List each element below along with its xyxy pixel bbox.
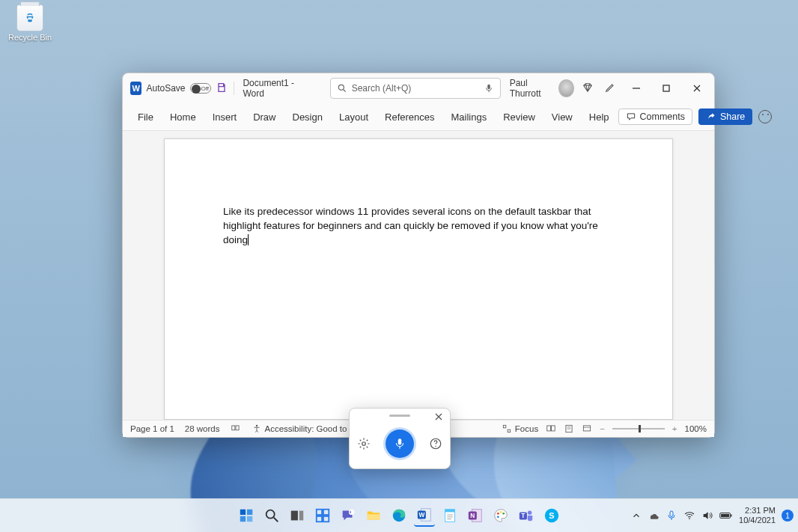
recycle-bin-icon [16, 4, 43, 31]
autosave-label: AutoSave [146, 83, 185, 94]
word-logo-icon: W [130, 82, 141, 95]
svg-rect-46 [445, 510, 455, 513]
notification-badge[interactable]: 1 [782, 510, 794, 522]
document-area: Like its predecessor windows 11 provides… [123, 131, 714, 420]
svg-rect-8 [231, 426, 234, 430]
svg-point-56 [497, 516, 499, 518]
svg-rect-27 [240, 510, 246, 515]
titlebar: W AutoSave Off Document1 - Word Search (… [123, 73, 714, 103]
search-box[interactable]: Search (Alt+Q) [330, 78, 501, 99]
chat-icon[interactable] [338, 505, 359, 526]
svg-rect-5 [663, 85, 669, 91]
volume-icon[interactable] [701, 510, 713, 522]
recycle-bin[interactable]: Recycle Bin [7, 4, 52, 42]
svg-rect-18 [583, 426, 590, 431]
gear-icon[interactable] [357, 437, 371, 450]
feedback-icon[interactable] [758, 110, 772, 123]
comments-button[interactable]: Comments [618, 108, 692, 125]
web-layout-icon[interactable] [582, 424, 592, 434]
taskbar: W N T S 2:31 PM 10/4/2021 1 [0, 498, 798, 532]
spellcheck-icon[interactable] [231, 424, 241, 434]
autosave-toggle[interactable]: Off [190, 83, 211, 94]
wifi-icon[interactable] [683, 510, 695, 522]
focus-icon [502, 424, 512, 434]
minimize-button[interactable] [624, 77, 649, 100]
pen-icon[interactable] [604, 82, 616, 96]
save-icon[interactable] [216, 82, 228, 96]
zoom-slider[interactable] [612, 428, 665, 429]
edge-icon[interactable] [389, 505, 409, 526]
recycle-bin-label: Recycle Bin [7, 33, 52, 42]
help-icon[interactable] [429, 437, 442, 450]
share-button[interactable]: Share [698, 108, 752, 125]
tab-help[interactable]: Help [582, 107, 617, 127]
onedrive-icon[interactable] [648, 510, 660, 522]
status-focus[interactable]: Focus [502, 424, 538, 434]
print-layout-icon[interactable] [564, 424, 574, 434]
maximize-button[interactable] [654, 77, 679, 100]
tab-insert[interactable]: Insert [205, 107, 245, 127]
svg-rect-30 [247, 516, 252, 522]
status-accessibility[interactable]: Accessibility: Good to go [252, 424, 359, 434]
svg-rect-29 [240, 516, 246, 522]
tab-draw[interactable]: Draw [246, 107, 283, 127]
svg-rect-33 [291, 511, 298, 521]
document-page[interactable]: Like its predecessor windows 11 provides… [164, 138, 673, 420]
ribbon-tabs: File Home Insert Draw Design Layout Refe… [123, 103, 714, 131]
svg-rect-62 [670, 511, 673, 516]
battery-icon[interactable] [719, 509, 733, 522]
svg-point-22 [362, 442, 366, 446]
mic-icon [393, 437, 406, 450]
status-words[interactable]: 28 words [185, 424, 220, 433]
skype-icon[interactable]: S [541, 505, 562, 526]
tab-view[interactable]: View [544, 107, 580, 127]
close-icon[interactable] [433, 412, 444, 422]
start-button[interactable] [236, 505, 257, 526]
notepad-icon[interactable] [439, 505, 460, 526]
tray-chevron-icon[interactable] [631, 510, 642, 521]
widgets-icon[interactable] [312, 505, 333, 526]
tab-mailings[interactable]: Mailings [444, 107, 495, 127]
taskbar-search-icon[interactable] [261, 505, 282, 526]
tab-references[interactable]: References [377, 107, 442, 127]
clock[interactable]: 2:31 PM 10/4/2021 [739, 506, 776, 525]
svg-text:N: N [470, 513, 475, 519]
svg-rect-34 [299, 511, 304, 521]
task-view-icon[interactable] [287, 505, 308, 526]
tray-mic-icon[interactable] [665, 510, 677, 522]
close-button[interactable] [684, 77, 710, 100]
voice-typing-panel [349, 408, 451, 469]
taskbar-word-icon[interactable]: W [414, 504, 435, 527]
svg-point-0 [338, 85, 344, 90]
tab-layout[interactable]: Layout [332, 107, 376, 127]
teams-icon[interactable]: T [516, 505, 537, 526]
document-title: Document1 - Word [243, 78, 307, 99]
status-page[interactable]: Page 1 of 1 [130, 424, 174, 433]
voice-mic-button[interactable] [386, 429, 414, 458]
paint-icon[interactable] [490, 505, 511, 526]
tab-home[interactable]: Home [162, 107, 204, 127]
diamond-icon[interactable] [582, 82, 594, 96]
svg-point-59 [528, 511, 532, 516]
user-name: Paul Thurrott [510, 78, 554, 99]
user-avatar[interactable] [558, 79, 574, 97]
svg-rect-13 [547, 426, 551, 431]
tab-review[interactable]: Review [496, 107, 543, 127]
file-explorer-icon[interactable] [363, 505, 384, 526]
tab-file[interactable]: File [130, 107, 161, 127]
svg-rect-2 [487, 85, 490, 89]
document-body-text: Like its predecessor windows 11 provides… [223, 206, 598, 245]
svg-rect-66 [731, 515, 731, 517]
svg-point-10 [255, 425, 257, 426]
svg-rect-67 [721, 514, 729, 517]
read-mode-icon[interactable] [546, 424, 556, 434]
drag-handle[interactable] [389, 415, 410, 417]
svg-line-32 [274, 518, 278, 522]
comment-icon [626, 111, 636, 122]
zoom-value[interactable]: 100% [685, 424, 707, 433]
svg-rect-37 [317, 516, 322, 522]
onenote-icon[interactable]: N [465, 505, 486, 526]
mic-icon[interactable] [484, 83, 494, 94]
svg-rect-38 [323, 516, 329, 522]
tab-design[interactable]: Design [285, 107, 330, 127]
